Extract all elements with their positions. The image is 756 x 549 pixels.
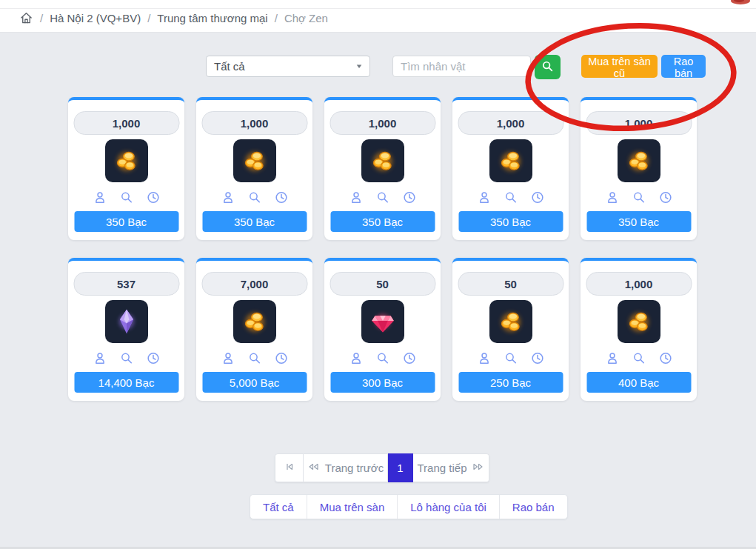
clock-icon[interactable] (530, 190, 544, 204)
quantity-value: 50 (376, 278, 389, 290)
card-actions (605, 351, 672, 365)
home-icon[interactable] (19, 10, 33, 25)
market-card: 1,000 (68, 97, 184, 240)
item-image[interactable] (361, 139, 404, 182)
user-icon[interactable] (605, 190, 619, 204)
magnifier-icon[interactable] (119, 351, 133, 365)
user-icon[interactable] (221, 190, 235, 204)
clock-icon[interactable] (146, 351, 160, 365)
user-icon[interactable] (221, 351, 235, 365)
magnifier-icon[interactable] (632, 351, 646, 365)
buy-old-market-button[interactable]: Mua trên sàn cũ (581, 55, 658, 78)
clock-icon[interactable] (402, 351, 416, 365)
card-actions (477, 351, 544, 365)
price-button[interactable]: 300 Bạc (330, 372, 435, 393)
magnifier-icon[interactable] (119, 190, 133, 204)
quantity-badge: 50 (330, 272, 435, 296)
gold-coins-icon (238, 305, 272, 339)
price-button[interactable]: 14,400 Bạc (74, 372, 178, 393)
card-actions (477, 190, 544, 204)
market-card: 50 (324, 258, 441, 401)
price-button[interactable]: 400 Bạc (586, 372, 691, 393)
user-icon[interactable] (93, 190, 107, 204)
price-button[interactable]: 5,000 Bạc (202, 372, 307, 393)
magnifier-icon[interactable] (504, 190, 518, 204)
pagination-current-page[interactable]: 1 (388, 453, 413, 482)
user-icon[interactable] (93, 351, 107, 365)
sell-button[interactable]: Rao bán (661, 55, 706, 78)
category-filter-select[interactable]: Tất cả ▼ (206, 56, 370, 77)
gold-coins-icon (366, 144, 400, 178)
magnifier-icon[interactable] (504, 351, 518, 365)
gold-coins-icon (494, 305, 528, 339)
double-chevron-right-icon (472, 462, 484, 474)
user-icon[interactable] (477, 351, 491, 365)
clock-icon[interactable] (402, 190, 416, 204)
quantity-value: 1,000 (369, 117, 397, 130)
item-image[interactable] (105, 139, 148, 182)
item-image[interactable] (105, 300, 148, 343)
pagination-first-button[interactable] (275, 453, 304, 482)
quantity-badge: 1,000 (586, 272, 692, 296)
card-actions (605, 190, 672, 204)
item-image[interactable] (489, 139, 532, 182)
breadcrumb-bar: / Hà Nội 2 (VQ+BV) / Trung tâm thương mạ… (0, 0, 756, 33)
price-button[interactable]: 250 Bạc (458, 372, 563, 393)
quantity-value: 50 (504, 278, 517, 290)
clock-icon[interactable] (658, 190, 672, 204)
pink-gem-icon (366, 305, 400, 339)
clock-icon[interactable] (658, 351, 672, 365)
price-button[interactable]: 350 Bạc (330, 211, 435, 232)
search-button[interactable] (535, 55, 561, 79)
clock-icon[interactable] (274, 190, 288, 204)
footer-tab-all[interactable]: Tất cả (250, 495, 307, 519)
item-image[interactable] (233, 139, 276, 182)
pagination-next-button[interactable]: Trang tiếp (413, 453, 489, 482)
clock-icon[interactable] (530, 351, 544, 365)
magnifier-icon[interactable] (247, 190, 261, 204)
item-image[interactable] (618, 300, 660, 343)
breadcrumb-item-server[interactable]: Hà Nội 2 (VQ+BV) (50, 12, 141, 24)
user-icon[interactable] (349, 190, 363, 204)
quantity-badge: 537 (73, 272, 179, 296)
pagination-prev-button[interactable]: Trang trước (304, 453, 388, 482)
card-row-1: 1,000 (68, 97, 697, 240)
quantity-badge: 1,000 (201, 111, 307, 135)
price-button[interactable]: 350 Bạc (458, 211, 563, 232)
card-actions (93, 190, 160, 204)
user-icon[interactable] (605, 351, 619, 365)
market-card: 1,000 (196, 97, 312, 240)
item-image[interactable] (618, 139, 660, 182)
price-button[interactable]: 350 Bạc (202, 211, 307, 232)
price-button[interactable]: 350 Bạc (74, 211, 178, 232)
quantity-value: 1,000 (497, 117, 525, 130)
user-icon[interactable] (477, 190, 491, 204)
footer-tab-my-lots[interactable]: Lô hàng của tôi (397, 495, 499, 519)
item-image[interactable] (361, 300, 404, 343)
price-button[interactable]: 350 Bạc (586, 211, 691, 232)
user-icon[interactable] (349, 351, 363, 365)
breadcrumb-item-current: Chợ Zen (284, 12, 328, 24)
card-actions (349, 190, 416, 204)
item-image[interactable] (233, 300, 276, 343)
magnifier-icon[interactable] (632, 190, 646, 204)
footer-tab-buy-on-market[interactable]: Mua trên sàn (307, 495, 398, 519)
top-strip (0, 0, 756, 9)
quantity-badge: 1,000 (458, 111, 563, 135)
magnifier-icon[interactable] (375, 190, 389, 204)
breadcrumb-separator: / (40, 12, 43, 24)
magnifier-icon[interactable] (247, 351, 261, 365)
magnifier-icon[interactable] (375, 351, 389, 365)
quantity-value: 1,000 (241, 117, 269, 130)
search-input[interactable] (392, 56, 531, 77)
gold-coins-icon (494, 144, 528, 178)
breadcrumb-item-mall[interactable]: Trung tâm thương mại (157, 12, 267, 24)
item-image[interactable] (489, 300, 532, 343)
footer-tab-sell[interactable]: Rao bán (499, 495, 567, 519)
pagination: Trang trước 1 Trang tiếp (275, 453, 489, 482)
clock-icon[interactable] (146, 190, 160, 204)
clock-icon[interactable] (274, 351, 288, 365)
gold-coins-icon (622, 305, 656, 339)
quantity-badge: 50 (458, 272, 563, 296)
magnifier-icon (541, 60, 554, 75)
